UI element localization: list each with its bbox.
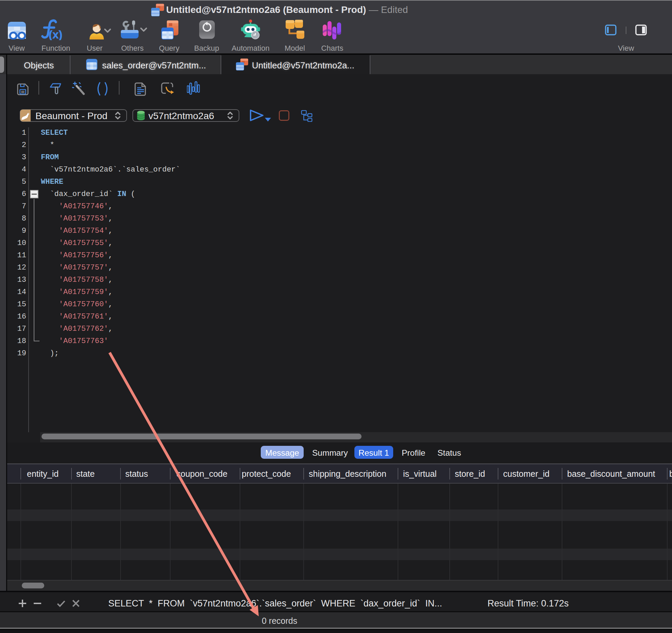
svg-text:(x): (x) — [49, 28, 62, 40]
